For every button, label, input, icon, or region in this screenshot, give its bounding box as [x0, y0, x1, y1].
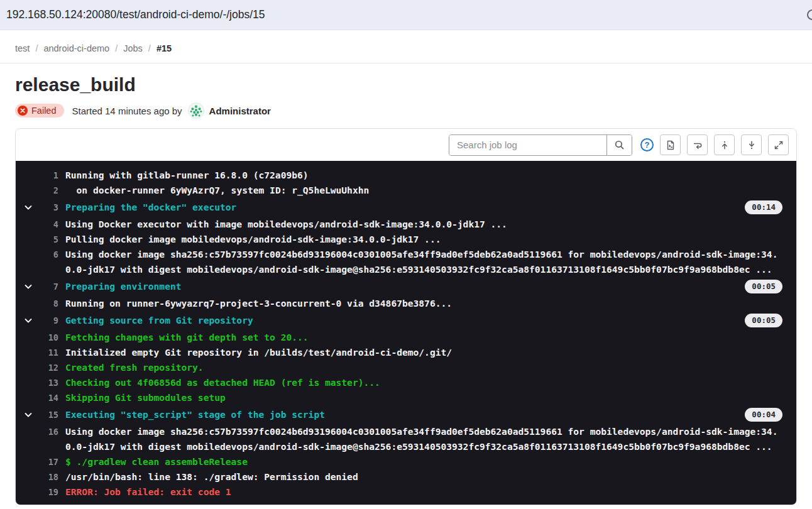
log-line-number[interactable]: 17 — [41, 454, 58, 469]
gutter-spacer — [16, 296, 41, 311]
status-badge: Failed — [15, 104, 64, 118]
log-line-number[interactable]: 3 — [41, 200, 58, 215]
log-line-number[interactable]: 4 — [41, 217, 58, 232]
gutter-spacer — [16, 232, 41, 247]
log-line-number[interactable]: 16 — [41, 424, 58, 439]
search-group — [449, 134, 632, 156]
log-line: 9Getting source from Git repository00:05 — [16, 313, 796, 328]
log-line-text: Pulling docker image mobiledevops/androi… — [65, 232, 782, 247]
failed-status-icon — [18, 106, 28, 116]
started-text: Started 14 minutes ago by — [72, 106, 182, 116]
log-line-number[interactable]: 8 — [41, 296, 58, 311]
author-name[interactable]: Administrator — [209, 106, 271, 116]
expand-icon — [774, 140, 784, 150]
wrap-lines-icon — [693, 140, 703, 150]
log-line-number[interactable]: 15 — [41, 407, 58, 422]
chevron-down-icon[interactable] — [16, 313, 41, 328]
log-line-text: Using docker image sha256:c57b73597fc002… — [65, 424, 782, 454]
log-line: 11Initialized empty Git repository in /b… — [16, 345, 796, 360]
log-line: 17$ ./gradlew clean assembleRelease — [16, 454, 796, 469]
log-line-text: Preparing environment — [65, 279, 736, 294]
log-line: 1Running with gitlab-runner 16.8.0 (c72a… — [16, 168, 796, 183]
scroll-to-bottom-icon — [747, 140, 757, 150]
chevron-down-icon[interactable] — [16, 200, 41, 215]
log-line-text: /usr/bin/bash: line 138: ./gradlew: Perm… — [65, 469, 782, 484]
log-line-text: Preparing the "docker" executor — [65, 200, 736, 215]
browser-clipped-icon — [807, 9, 812, 20]
log-line-text: Running on runner-6ywyazrq7-project-3-co… — [65, 296, 782, 311]
scroll-to-top-icon — [720, 140, 730, 150]
log-line-number[interactable]: 11 — [41, 345, 58, 360]
gutter-spacer — [16, 454, 41, 469]
log-line: 7Preparing environment00:05 — [16, 279, 796, 294]
log-line-text: Initialized empty Git repository in /bui… — [65, 345, 782, 360]
search-button[interactable] — [606, 135, 632, 155]
job-log-toolbar: ? — [16, 129, 796, 161]
gutter-spacer — [16, 247, 41, 262]
log-line-text: Created fresh repository. — [65, 360, 782, 375]
file-terminal-icon — [666, 140, 676, 150]
log-line-number[interactable]: 19 — [41, 484, 58, 500]
log-line-text: on docker-runner 6yWyAzrQ7, system ID: r… — [65, 183, 782, 198]
log-line-number[interactable]: 5 — [41, 232, 58, 247]
section-duration-badge: 00:05 — [745, 280, 782, 293]
section-duration-badge: 00:05 — [745, 314, 782, 327]
status-badge-label: Failed — [31, 106, 57, 116]
job-log: 1Running with gitlab-runner 16.8.0 (c72a… — [16, 161, 796, 505]
gutter-spacer — [16, 217, 41, 232]
log-line-number[interactable]: 18 — [41, 469, 58, 484]
log-line: 6Using docker image sha256:c57b73597fc00… — [16, 247, 796, 277]
breadcrumb-separator: / — [148, 43, 151, 53]
search-icon — [614, 140, 625, 150]
log-line-number[interactable]: 1 — [41, 168, 58, 183]
log-line-number[interactable]: 2 — [41, 183, 58, 198]
log-line: 18/usr/bin/bash: line 138: ./gradlew: Pe… — [16, 469, 796, 484]
section-duration-badge: 00:14 — [745, 200, 782, 214]
scroll-bottom-button[interactable] — [741, 134, 762, 155]
log-line-number[interactable]: 7 — [41, 279, 58, 294]
page-title: release_build — [15, 74, 797, 96]
browser-url-text[interactable]: 192.168.50.124:20080/test/android-ci-dem… — [6, 8, 265, 21]
gutter-spacer — [16, 484, 41, 500]
log-line-number[interactable]: 14 — [41, 390, 58, 405]
log-line-number[interactable]: 6 — [41, 247, 58, 262]
log-line-number[interactable]: 9 — [41, 313, 58, 328]
chevron-down-icon[interactable] — [16, 279, 41, 294]
log-line-text: Executing "step_script" stage of the job… — [65, 407, 736, 422]
gutter-spacer — [16, 469, 41, 484]
log-line: 13Checking out 4f06856d as detached HEAD… — [16, 375, 796, 390]
log-line-text: Skipping Git submodules setup — [65, 390, 782, 405]
scroll-top-button[interactable] — [714, 134, 735, 155]
breadcrumb-item-android-ci-demo[interactable]: android-ci-demo — [43, 43, 109, 53]
job-log-card: ? — [15, 128, 797, 505]
gutter-spacer — [16, 345, 41, 360]
log-line-text: Running with gitlab-runner 16.8.0 (c72a0… — [65, 168, 782, 183]
log-line-number[interactable]: 12 — [41, 360, 58, 375]
gutter-spacer — [16, 183, 41, 198]
browser-url-bar[interactable]: 192.168.50.124:20080/test/android-ci-dem… — [0, 0, 812, 30]
log-line-text: Using docker image sha256:c57b73597fc002… — [65, 247, 782, 277]
log-line: 15Executing "step_script" stage of the j… — [16, 407, 796, 422]
log-line-number[interactable]: 10 — [41, 330, 58, 345]
breadcrumb-item-Jobs[interactable]: Jobs — [123, 43, 143, 53]
raw-log-button[interactable] — [660, 134, 681, 155]
gutter-spacer — [16, 168, 41, 183]
avatar[interactable] — [188, 102, 204, 119]
chevron-down-icon[interactable] — [16, 407, 41, 422]
section-duration-badge: 00:04 — [745, 408, 782, 422]
help-icon[interactable]: ? — [640, 138, 654, 151]
log-line: 16Using docker image sha256:c57b73597fc0… — [16, 424, 796, 454]
job-meta-row: Failed Started 14 minutes ago by — [15, 102, 797, 119]
breadcrumb-item-test[interactable]: test — [15, 43, 30, 53]
log-line: 8Running on runner-6ywyazrq7-project-3-c… — [16, 296, 796, 311]
fullscreen-button[interactable] — [768, 134, 789, 155]
log-line: 12Created fresh repository. — [16, 360, 796, 375]
log-line: 4Using Docker executor with image mobile… — [16, 217, 796, 232]
gutter-spacer — [16, 360, 41, 375]
wrap-lines-button[interactable] — [687, 134, 708, 155]
search-input[interactable] — [449, 135, 606, 155]
breadcrumb-item-current: #15 — [156, 43, 172, 53]
log-line-text: Using Docker executor with image mobiled… — [65, 217, 782, 232]
log-line-text: Fetching changes with git depth set to 2… — [65, 330, 782, 345]
log-line-number[interactable]: 13 — [41, 375, 58, 390]
